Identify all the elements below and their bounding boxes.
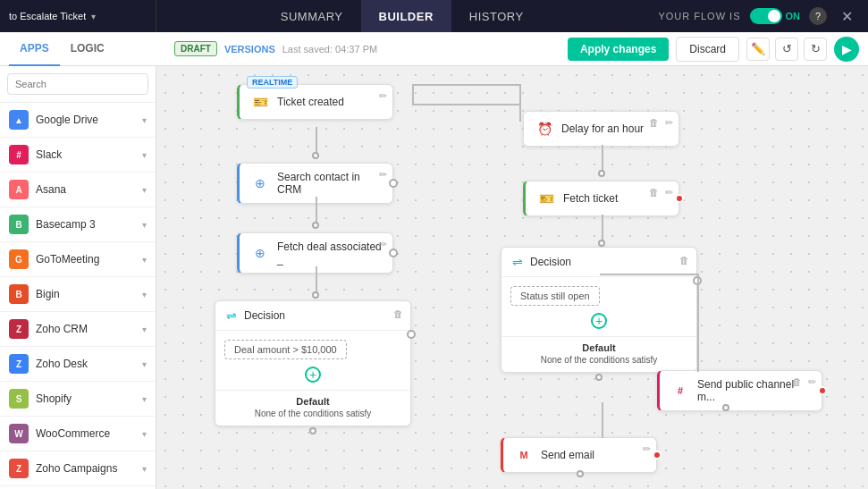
sidebar-item-slack[interactable]: # Slack ▾ — [0, 138, 156, 173]
google-drive-label: Google Drive — [36, 114, 135, 126]
tab-history[interactable]: HISTORY — [451, 0, 542, 32]
edit-icon[interactable]: ✏ — [665, 117, 673, 129]
fetch-ticket-label: Fetch ticket — [563, 192, 618, 205]
main-area: ▲ Google Drive ▾ # Slack ▾ A Asana ▾ B B… — [0, 66, 868, 489]
edit-icon[interactable]: ✏️ — [746, 38, 770, 61]
sidebar-item-google-drive[interactable]: ▲ Google Drive ▾ — [0, 103, 156, 138]
output-dot — [389, 249, 398, 257]
sidebar-item-gotomeeting[interactable]: G GoToMeeting ▾ — [0, 242, 156, 277]
tab-summary[interactable]: SUMMARY — [263, 0, 361, 32]
bottom-dot-email — [577, 470, 584, 477]
decision-default-2: Default None of the conditions satisfy — [501, 336, 696, 372]
sidebar-item-zoho-desk[interactable]: Z Zoho Desk ▾ — [0, 347, 156, 382]
connector-dot-4 — [598, 170, 605, 177]
help-icon[interactable]: ? — [809, 7, 827, 25]
node-send-email: M Send email ✏ — [501, 437, 657, 473]
connector-dot-2 — [312, 222, 319, 229]
decision-body-1: Deal amount > $10,000 + — [215, 331, 410, 390]
zoho-crm-icon: Z — [9, 319, 29, 339]
close-button[interactable]: ✕ — [836, 5, 857, 27]
sidebar-item-zoho-campaigns[interactable]: Z Zoho Campaigns ▾ — [0, 451, 156, 486]
decision-header-1: ⇌ Decision 🗑 — [215, 301, 410, 331]
h-conn-public — [600, 274, 697, 275]
edit-icon[interactable]: ✏ — [379, 239, 387, 250]
edit-icon[interactable]: ✏ — [665, 187, 673, 198]
flow-toggle[interactable]: ON — [750, 8, 801, 24]
decision-body-2: Status still open + — [501, 277, 696, 336]
asana-label: Asana — [36, 183, 135, 196]
decision-label-1: Decision — [244, 309, 285, 322]
connector-dot-1 — [312, 152, 319, 159]
add-condition-button-2[interactable]: + — [591, 313, 607, 329]
toggle-switch[interactable] — [750, 8, 782, 24]
connector-dot-5 — [598, 240, 605, 247]
woocommerce-label: WooCommerce — [36, 427, 135, 440]
sidebar-item-basecamp3[interactable]: B Basecamp 3 ▾ — [0, 207, 156, 242]
search-input[interactable] — [7, 73, 148, 95]
discard-button[interactable]: Discard — [676, 37, 739, 62]
edit-icon[interactable]: ✏ — [643, 443, 651, 455]
sidebar-item-asana[interactable]: A Asana ▾ — [0, 173, 156, 207]
condition-badge-2: Status still open — [510, 286, 600, 306]
output-dot — [389, 179, 398, 188]
zoho-desk-icon: Z — [9, 354, 29, 374]
ticket-created-icon: 🎫 — [250, 92, 270, 112]
tab-apps[interactable]: APPS — [9, 32, 60, 66]
sidebar-item-woocommerce[interactable]: W WooCommerce ▾ — [0, 417, 156, 451]
zoho-desk-label: Zoho Desk — [36, 358, 135, 370]
sidebar-item-shopify[interactable]: S Shopify ▾ — [0, 382, 156, 417]
edit-icon[interactable]: ✏ — [379, 169, 387, 181]
delete-icon[interactable]: 🗑 — [679, 255, 689, 266]
chevron-icon: ▾ — [142, 290, 147, 299]
delete-icon[interactable]: 🗑 — [792, 376, 802, 387]
refresh-icon[interactable]: ↺ — [775, 38, 798, 61]
zoho-crm-label: Zoho CRM — [36, 323, 135, 335]
delay-icon: ⏰ — [535, 119, 554, 139]
chevron-down-icon[interactable]: ▾ — [91, 12, 96, 21]
error-dot-2 — [818, 386, 827, 395]
tab-builder[interactable]: BUILDER — [361, 0, 451, 32]
output-dot — [407, 330, 416, 339]
default-sub-2: None of the conditions satisfy — [507, 353, 691, 367]
node-ticket-created: REALTIME 🎫 Ticket created ✏ — [237, 84, 393, 120]
v-connector-right — [519, 84, 521, 122]
app-title-bar: to Escalate Ticket ▾ — [0, 0, 156, 32]
search-contact-label: Search contact in CRM — [277, 171, 382, 196]
node-decision-2: ⇌ Decision 🗑 Status still open + Default… — [501, 247, 697, 373]
chevron-icon: ▾ — [142, 394, 147, 404]
google-drive-icon: ▲ — [9, 110, 29, 130]
error-dot-3 — [653, 451, 662, 459]
connector-2 — [316, 197, 317, 223]
play-button[interactable]: ▶ — [834, 37, 859, 62]
error-dot — [675, 194, 684, 203]
nav-right: YOUR FLOW IS ON ? ✕ — [647, 5, 868, 27]
tab-logic[interactable]: LOGIC — [60, 32, 115, 66]
shopify-label: Shopify — [36, 392, 135, 405]
node-decision-1: ⇌ Decision 🗑 Deal amount > $10,000 + Def… — [215, 300, 411, 426]
apply-changes-button[interactable]: Apply changes — [568, 38, 669, 61]
delete-icon[interactable]: 🗑 — [649, 187, 659, 198]
bigin-icon: B — [9, 284, 29, 304]
node-delay: ⏰ Delay for an hour ✏ 🗑 — [523, 111, 679, 147]
add-condition-button[interactable]: + — [305, 367, 321, 383]
redo-icon[interactable]: ↻ — [804, 38, 827, 61]
bigin-label: Bigin — [36, 288, 135, 300]
versions-button[interactable]: VERSIONS — [224, 44, 275, 55]
flow-label: YOUR FLOW IS — [658, 11, 740, 21]
edit-icon[interactable]: ✏ — [379, 90, 387, 102]
sidebar-item-bigin[interactable]: B Bigin ▾ — [0, 277, 156, 312]
delete-icon[interactable]: 🗑 — [393, 308, 403, 319]
sidebar-item-zoho-crm[interactable]: Z Zoho CRM ▾ — [0, 312, 156, 347]
default-label-1: Default — [221, 396, 405, 407]
gotomeeting-label: GoToMeeting — [36, 253, 135, 266]
canvas[interactable]: REALTIME 🎫 Ticket created ✏ ⊕ Search con… — [156, 66, 868, 489]
ticket-created-label: Ticket created — [277, 96, 344, 108]
slack-icon: # — [670, 381, 690, 400]
realtime-badge: REALTIME — [247, 76, 298, 89]
basecamp3-label: Basecamp 3 — [36, 218, 135, 231]
chevron-icon: ▾ — [142, 220, 147, 230]
h-top-connector — [412, 84, 521, 86]
chevron-icon: ▾ — [142, 115, 147, 125]
edit-icon[interactable]: ✏ — [808, 376, 816, 388]
delete-icon[interactable]: 🗑 — [649, 117, 659, 128]
